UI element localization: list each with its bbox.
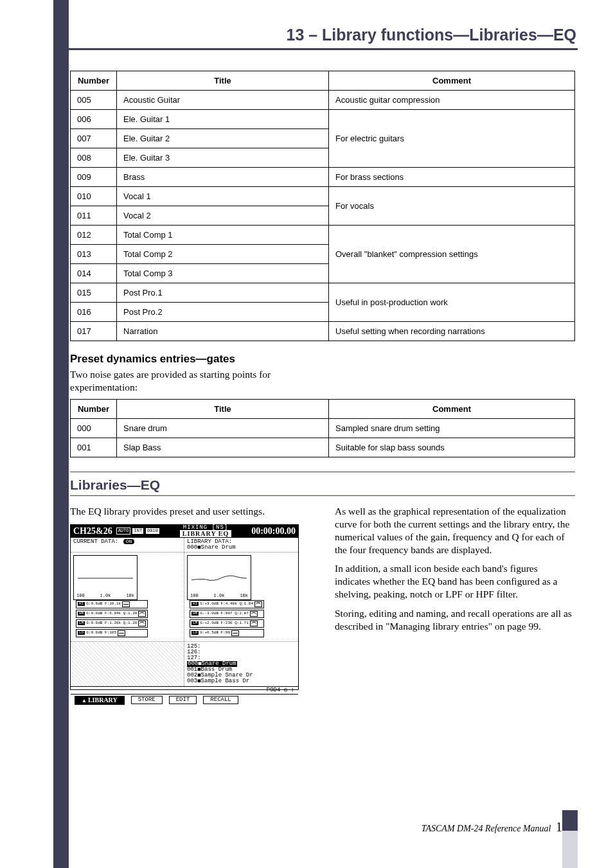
col-number: Number [71,399,117,418]
list-item: 003◼Sample Bass Dr [187,678,296,684]
lcd-library-graph: 100 1.0k 10k HIG:+3.0dB F:4.49k Q:1.04HM… [184,553,298,641]
cell-number: 013 [71,245,117,264]
eq-band: HIG:+3.0dB F:4.49k Q:1.04 [190,600,264,608]
lcd-tab-library: ▲LIBRARY [75,696,125,705]
lcd-tab-store: STORE [131,696,163,704]
lcd-title: MIXING [NS] LIBRARY EQ [164,525,247,538]
corner-tab [562,810,578,868]
lcd-timecode: 00:00:00.00 [251,527,296,536]
table-row: 006Ele. Guitar 1For electric guitars [71,110,575,129]
lcd-tabs: ▲LIBRARY STORE EDIT RECALL [71,695,298,706]
eq-band: HMG:-3.0dB F:997 Q:2.87 [190,610,264,618]
eq-band: HMG:0.0dB F:5.04k Q:1.20 [76,610,148,618]
cell-comment: Sampled snare drum setting [329,418,575,438]
lcd-screenshot: CH25&26 AUTO INT 0010 MIXING [NS] LIBRAR… [70,524,299,690]
lcd-tab-edit: EDIT [169,696,197,704]
cell-title: Total Comp 3 [117,264,329,283]
gates-subheading: Preset dynamics entries—gates [70,353,575,366]
right-column: As well as the graphical representation … [335,505,575,690]
col-title: Title [117,71,329,91]
cell-title: Ele. Guitar 3 [117,148,329,168]
cell-comment: Useful setting when recording narrations [329,322,575,341]
cell-number: 005 [71,91,117,110]
cell-title: Narration [117,322,329,341]
eq-band: LOG:+0.5dB F:99 [190,629,264,637]
table-row: 015Post Pro.1Useful in post-production w… [71,283,575,303]
table-row: 017NarrationUseful setting when recordin… [71,322,575,341]
section-rule-top [70,472,575,473]
cell-number: 007 [71,129,117,148]
cell-comment: For electric guitars [329,110,575,168]
cell-title: Vocal 1 [117,187,329,206]
lcd-preset-list: 125:126:127:000◼Snare Drum001◼Bass Drum0… [184,642,298,686]
section-heading: Libraries—EQ [70,477,575,495]
cell-title: Post Pro.2 [117,303,329,322]
cell-number: 009 [71,168,117,187]
body-paragraph: In addition, a small icon beside each ba… [335,562,575,600]
cell-comment: Useful in post-production work [329,283,575,322]
body-paragraph: Storing, editing and naming, and recall … [335,607,575,633]
table-row: 001Slap BassSuitable for slap bass sound… [71,438,575,457]
table-row: 012Total Comp 1Overall "blanket" compres… [71,226,575,245]
lcd-pod-indicator: POD4 ◎ ↕ [71,687,298,695]
cell-number: 010 [71,187,117,206]
table-row: 010Vocal 1For vocals [71,187,575,206]
eq-band: LMG:0.0dB F:1.26k Q:1.20 [76,619,148,628]
cell-number: 011 [71,206,117,226]
page-footer: TASCAM DM-24 Reference Manual 105 [422,820,575,835]
cell-number: 016 [71,303,117,322]
col-number: Number [71,71,117,91]
cell-comment: For vocals [329,187,575,226]
cell-number: 017 [71,322,117,341]
gates-presets-table: Number Title Comment 000Snare drumSample… [70,399,575,457]
col-title: Title [117,399,329,418]
cell-title: Total Comp 2 [117,245,329,264]
cell-num: 000 [71,418,117,438]
col-comment: Comment [329,71,575,91]
cell-number: 008 [71,148,117,168]
eq-band: LOG:0.0dB F:105 [76,629,148,637]
cell-number: 012 [71,226,117,245]
table-row: 000Snare drumSampled snare drum setting [71,418,575,438]
cell-title: Post Pro.1 [117,283,329,303]
list-item: 126: [187,650,296,655]
lcd-badges: AUTO INT 0010 [116,527,160,535]
cell-number: 006 [71,110,117,129]
cell-number: 014 [71,264,117,283]
cell-title: Slap Bass [117,438,329,457]
cell-num: 001 [71,438,117,457]
body-paragraph: As well as the graphical representation … [335,505,575,556]
page-heading: 13 – Library functions—Libraries—EQ [54,26,578,50]
lcd-current-data: CURRENT DATA: ON [71,538,184,552]
cell-title: Ele. Guitar 2 [117,129,329,148]
lcd-channel: CH25&26 [73,527,112,536]
cell-comment: Suitable for slap bass sounds [329,438,575,457]
dynamics-presets-table: Number Title Comment 005Acoustic GuitarA… [70,71,575,341]
eq-band: LMG:+2.0dB F:236 Q:1.71 [190,619,264,628]
left-margin-bar [53,0,69,868]
cell-title: Acoustic Guitar [117,91,329,110]
lcd-list-hatched [71,642,184,686]
cell-number: 015 [71,283,117,303]
eq-intro-para: The EQ library provides preset and user … [70,505,310,518]
col-comment: Comment [329,399,575,418]
cell-comment: Acoustic guitar compression [329,91,575,110]
lcd-tab-recall: RECALL [203,696,238,704]
cell-title: Total Comp 1 [117,226,329,245]
lcd-library-data: LIBRARY DATA: 000◼Snare Drum [184,538,238,552]
cell-title: Ele. Guitar 1 [117,110,329,129]
gates-intro: Two noise gates are provided as starting… [70,368,340,394]
cell-comment: For brass sections [329,168,575,187]
cell-title: Brass [117,168,329,187]
cell-title: Vocal 2 [117,206,329,226]
eq-band: HIG:0.0dB F:10.1k [76,600,148,608]
section-rule-bottom [70,495,575,496]
list-item: 125: [187,644,296,650]
cell-comment: Overall "blanket" compression settings [329,226,575,283]
table-row: 009BrassFor brass sections [71,168,575,187]
lcd-current-graph: 100 1.0k 10k HIG:0.0dB F:10.1kHMG:0.0dB … [71,553,184,641]
table-row: 005Acoustic GuitarAcoustic guitar compre… [71,91,575,110]
cell-title: Snare drum [117,418,329,438]
